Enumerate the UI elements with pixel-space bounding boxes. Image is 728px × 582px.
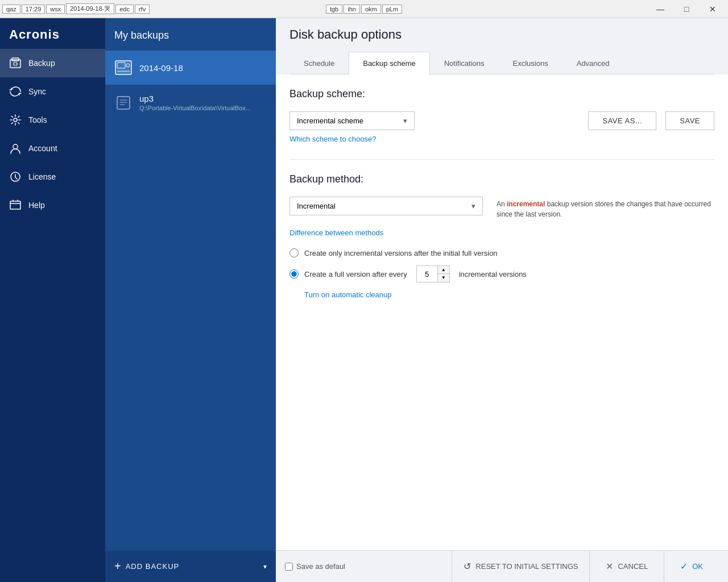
sidebar-item-tools[interactable]: Tools [0,106,105,134]
sidebar-item-license-label: License [28,172,56,181]
svg-point-4 [13,144,18,149]
tag-date: 2014-09-18-哭 [66,3,114,14]
method-description: An incremental backup version stores the… [497,197,714,219]
sidebar-item-help-label: Help [28,201,45,210]
method-desc-keyword: incremental [507,200,545,208]
close-button[interactable]: ✕ [700,0,726,18]
scheme-dropdown-value: Incremental scheme [297,117,363,125]
spinner-down-button[interactable]: ▼ [438,274,449,282]
radio-only-incremental-label: Create only incremental versions after t… [304,249,498,257]
ok-button[interactable]: ✓ OK [664,551,719,583]
svg-rect-7 [115,61,131,74]
incremental-count-input[interactable] [417,268,437,281]
backup-scheme-section-title: Backup scheme: [289,88,714,100]
help-icon [9,199,22,211]
tag-ihn: ihn [344,5,360,14]
tabs: Schedule Backup scheme Notifications Exc… [289,51,714,74]
account-icon [9,142,22,155]
cancel-label: CANCEL [618,562,648,571]
backup-file-icon [114,95,133,111]
plus-icon: + [114,560,121,573]
spinner-up-button[interactable]: ▲ [438,266,449,274]
cleanup-link[interactable]: Turn on automatic cleanup [304,290,391,299]
sync-icon [9,85,22,98]
cancel-icon: ✕ [606,561,613,572]
save-default-text: Save as defaul [296,562,345,571]
minimize-button[interactable]: ― [647,0,673,18]
method-dropdown-value: Incremental [297,202,336,210]
radio-full-after-every-label-suffix: incremental versions [459,270,527,278]
method-dropdown-arrow: ▾ [471,202,475,210]
scheme-dropdown[interactable]: Incremental scheme ▾ [289,111,415,130]
radio-full-after-every-input[interactable] [289,269,299,278]
title-bar-right: ― □ ✕ [647,0,728,18]
method-dropdown[interactable]: Incremental ▾ [289,197,483,215]
cancel-button[interactable]: ✕ CANCEL [589,551,664,583]
ok-icon: ✓ [680,561,688,572]
tag-tgb: tgb [326,5,342,14]
backup-item-up3[interactable]: up3 Q:\Portable-VirtualBox\data\VirtualB… [105,85,276,120]
main-content: Disk backup options Schedule Backup sche… [276,18,728,582]
tag-edc: edc [115,5,134,14]
svg-point-3 [14,118,17,122]
tab-exclusions[interactable]: Exclusions [499,52,562,74]
save-as-button[interactable]: SAVE AS... [588,111,656,130]
license-icon [9,171,22,183]
window-controls: ― □ ✕ [647,0,726,18]
backup-panel: My backups 2014-09-18 [105,18,276,582]
add-backup-button[interactable]: + ADD BACKUP ▾ [105,551,276,582]
title-bar: qaz 17:29 wsx 2014-09-18-哭 edc rfv tgb i… [0,0,728,18]
tab-schedule[interactable]: Schedule [289,52,349,74]
svg-rect-2 [14,63,17,65]
main-header: Disk backup options Schedule Backup sche… [276,18,728,74]
app-container: Acronis Backup [0,18,728,582]
save-default-label[interactable]: Save as defaul [285,562,345,571]
tag-okm: okm [361,5,381,14]
spinner-buttons: ▲ ▼ [437,266,449,282]
tab-advanced[interactable]: Advanced [562,52,624,74]
bottom-bar: Save as defaul ↺ RESET TO INITIAL SETTIN… [276,550,728,582]
scheme-dropdown-arrow: ▾ [403,117,407,125]
sidebar: Acronis Backup [0,18,105,582]
title-bar-left: qaz 17:29 wsx 2014-09-18-哭 edc rfv [0,3,150,14]
svg-rect-6 [10,201,20,209]
radio-full-after-every-label-prefix: Create a full version after every [304,270,407,278]
title-bar-center: tgb ihn okm pLm [326,5,402,14]
svg-rect-11 [117,97,130,109]
difference-link[interactable]: Difference between methods [289,228,383,237]
add-backup-arrow: ▾ [263,563,267,571]
tag-plm: pLm [382,5,402,14]
radio-group: Create only incremental versions after t… [289,248,714,282]
svg-rect-10 [117,70,130,72]
tools-icon [9,114,22,126]
sidebar-item-backup-label: Backup [28,59,55,68]
sidebar-item-account-label: Account [28,144,57,153]
incremental-count-spinner: ▲ ▼ [416,265,450,282]
reset-label: RESET TO INITIAL SETTINGS [475,562,578,571]
backup-item-name-2014: 2014-09-18 [139,63,267,73]
bottom-actions: ↺ RESET TO INITIAL SETTINGS ✕ CANCEL ✓ O… [452,551,719,583]
which-scheme-link[interactable]: Which scheme to choose? [289,135,376,143]
sidebar-item-help[interactable]: Help [0,191,105,219]
radio-only-incremental-input[interactable] [289,248,299,257]
sidebar-item-account[interactable]: Account [0,134,105,163]
tag-rfv: rfv [135,5,150,14]
sidebar-nav: Backup Sync [0,49,105,582]
method-row: Incremental ▾ An incremental backup vers… [289,197,714,219]
tab-backup-scheme[interactable]: Backup scheme [349,52,430,74]
scheme-row: Incremental scheme ▾ SAVE AS... SAVE [289,111,714,130]
sidebar-item-tools-label: Tools [28,115,47,124]
maximize-button[interactable]: □ [673,0,700,18]
backup-item-2014[interactable]: 2014-09-18 [105,51,276,85]
reset-button[interactable]: ↺ RESET TO INITIAL SETTINGS [452,551,589,583]
sidebar-item-sync[interactable]: Sync [0,77,105,106]
page-title: Disk backup options [289,27,714,42]
sidebar-item-backup[interactable]: Backup [0,49,105,77]
tag-time: 17:29 [22,5,46,14]
tag-qaz: qaz [2,5,20,14]
save-button[interactable]: SAVE [665,111,714,130]
backup-item-path-up3: Q:\Portable-VirtualBox\data\VirtualBox..… [139,105,267,111]
save-default-checkbox[interactable] [285,563,293,571]
tab-notifications[interactable]: Notifications [430,52,499,74]
sidebar-item-license[interactable]: License [0,163,105,191]
